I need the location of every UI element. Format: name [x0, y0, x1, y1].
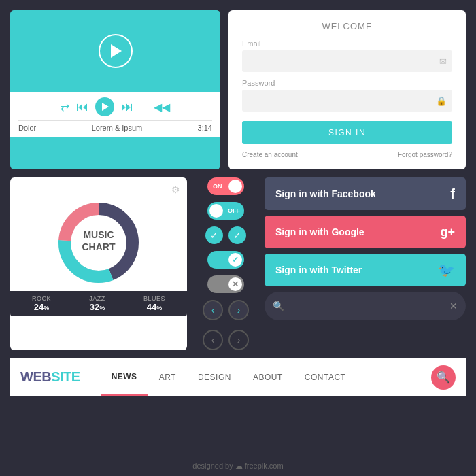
next-icon[interactable]: ⏭: [121, 100, 133, 114]
nav-next-button[interactable]: ›: [228, 330, 249, 350]
checkmark-icon: ✓: [210, 230, 218, 241]
checkmark-icon-2: ✓: [233, 230, 241, 241]
checkbox-checked-2[interactable]: ✓: [228, 226, 246, 244]
toggle-check-thumb: ✓: [228, 253, 242, 267]
play-icon: [111, 44, 122, 58]
chart-footer: ROCK 24% JAZZ 32% BLUES 44%: [10, 291, 187, 316]
play-filled-icon: [102, 103, 109, 111]
toggle-off-label: OFF: [228, 207, 240, 214]
email-input-wrap: ✉: [242, 50, 452, 72]
email-input[interactable]: [242, 50, 452, 72]
nav-items: NEWS ART DESIGN ABOUT CONTACT: [101, 358, 418, 396]
checkbox-row: ✓ ✓: [205, 226, 246, 244]
create-account-link[interactable]: Create an account: [242, 151, 298, 158]
player-controls: ⇄ ⏮ ⏭ ◀◀ Dolor Lorem & Ipsum 3:14: [10, 92, 220, 137]
donut-svg: MUSIC CHART: [54, 199, 143, 287]
track-info: Dolor Lorem & Ipsum 3:14: [18, 124, 212, 132]
form-title: WELCOME: [242, 21, 452, 31]
x-icon: ✕: [232, 279, 239, 289]
lock-icon: 🔒: [436, 96, 447, 106]
prev-icon[interactable]: ⏮: [76, 100, 88, 114]
form-links: Create an account Forgot password?: [242, 151, 452, 158]
nav-item-art[interactable]: ART: [148, 358, 187, 396]
nav-item-design[interactable]: DESIGN: [187, 358, 242, 396]
facebook-signin-button[interactable]: Sign in with Facebook f: [265, 177, 466, 210]
toggle-check-icon: ✓: [232, 255, 239, 265]
track-artist: Lorem & Ipsum: [92, 124, 143, 132]
play-filled-button[interactable]: [95, 97, 114, 116]
brand-logo: WEBSITE: [20, 369, 80, 385]
stat-blues: BLUES 44%: [143, 295, 165, 312]
password-input[interactable]: [242, 90, 452, 112]
chart-header: ⚙: [17, 184, 180, 195]
toggle-check[interactable]: ✓: [207, 251, 244, 269]
footer-text: designed by ☁ freepik.com: [0, 462, 476, 471]
nav-item-about[interactable]: ABOUT: [242, 358, 294, 396]
toggles-panel: ON OFF ✓ ✓ ✓: [195, 177, 256, 350]
arrow-row: ‹ ›: [203, 300, 249, 320]
music-player: ⇄ ⏮ ⏭ ◀◀ Dolor Lorem & Ipsum 3:14: [10, 10, 220, 169]
password-input-wrap: 🔒: [242, 90, 452, 112]
svg-text:MUSIC: MUSIC: [83, 229, 114, 240]
toggle-on[interactable]: ON: [207, 177, 244, 195]
toggle-on-thumb: [228, 180, 242, 193]
nav-prev-icon: ‹: [211, 335, 215, 345]
forgot-password-link[interactable]: Forgot password?: [398, 151, 452, 158]
nav-item-contact[interactable]: CONTACT: [294, 358, 357, 396]
search-clear-icon[interactable]: ✕: [449, 301, 458, 311]
nav-search-icon: 🔍: [437, 371, 450, 384]
twitter-label: Sign in with Twitter: [275, 265, 362, 275]
search-bar: 🔍 ✕: [265, 292, 466, 320]
toggle-on-label: ON: [213, 183, 222, 190]
arrow-right-icon: ›: [237, 305, 241, 316]
navbar: WEBSITE NEWS ART DESIGN ABOUT CONTACT 🔍: [10, 358, 466, 396]
nav-prev-button[interactable]: ‹: [203, 330, 223, 350]
signin-button[interactable]: SIGN IN: [242, 121, 452, 144]
google-signin-button[interactable]: Sign in with Google g+: [265, 216, 466, 248]
password-label: Password: [242, 79, 452, 87]
twitter-icon: 🐦: [438, 262, 455, 278]
svg-text:CHART: CHART: [82, 241, 116, 252]
arrow-left-icon: ‹: [211, 305, 215, 316]
brand-site: SITE: [51, 369, 80, 384]
google-label: Sign in with Google: [275, 226, 364, 237]
search-input[interactable]: [290, 301, 444, 311]
arrow-left-button[interactable]: ‹: [203, 300, 223, 320]
player-video: [10, 10, 220, 92]
signin-form: WELCOME Email ✉ Password 🔒 SIGN IN Creat…: [228, 10, 466, 169]
nav-next-icon: ›: [237, 335, 241, 345]
volume-icon[interactable]: ◀◀: [154, 101, 170, 114]
toggle-x-thumb: ✕: [228, 277, 242, 291]
toggle-off-thumb: [209, 204, 223, 218]
stat-jazz: JAZZ 32%: [89, 295, 105, 312]
facebook-icon: f: [450, 186, 455, 202]
gear-icon[interactable]: ⚙: [171, 184, 180, 195]
shuffle-icon[interactable]: ⇄: [61, 101, 69, 114]
twitter-signin-button[interactable]: Sign in with Twitter 🐦: [265, 254, 466, 286]
nav-search-button[interactable]: 🔍: [431, 365, 456, 390]
toggle-x[interactable]: ✕: [207, 275, 244, 293]
email-label: Email: [242, 39, 452, 48]
music-chart: ⚙ MUSIC CHART ROCK 24% JAZZ: [10, 177, 187, 350]
stat-rock: ROCK 24%: [32, 295, 51, 312]
track-duration: 3:14: [198, 124, 212, 132]
track-progress: [18, 120, 212, 121]
nav-item-news[interactable]: NEWS: [101, 358, 148, 396]
search-icon: 🔍: [273, 301, 284, 311]
arrow-right-button[interactable]: ›: [228, 300, 249, 320]
nav-arrow-row: ‹ ›: [203, 330, 249, 350]
google-icon: g+: [440, 225, 455, 239]
checkbox-checked-1[interactable]: ✓: [205, 226, 223, 244]
chart-body: MUSIC CHART: [17, 199, 180, 287]
toggle-off[interactable]: OFF: [207, 202, 244, 220]
facebook-label: Sign in with Facebook: [275, 188, 376, 199]
brand-web: WEB: [20, 369, 51, 384]
play-button[interactable]: [99, 34, 133, 68]
track-title: Dolor: [18, 124, 36, 132]
email-icon: ✉: [439, 56, 447, 67]
social-buttons-panel: Sign in with Facebook f Sign in with Goo…: [265, 177, 466, 350]
